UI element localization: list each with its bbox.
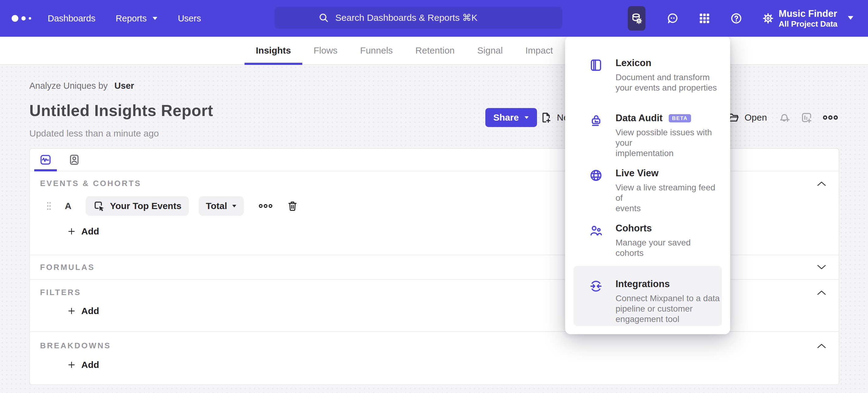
nav-item-reports[interactable]: Reports — [116, 13, 158, 24]
menu-item-lexicon[interactable]: Lexicon Document and transform your even… — [589, 58, 721, 93]
menu-item-title: Live View — [616, 168, 721, 179]
live-view-icon — [589, 168, 603, 183]
breakdowns-label: BREAKDOWNS — [40, 341, 111, 350]
metric-selector[interactable]: Total — [199, 196, 244, 216]
report-tabbar: Insights Flows Funnels Retention Signal … — [0, 37, 868, 65]
open-report-button[interactable]: Open — [727, 111, 767, 124]
tab-flows[interactable]: Flows — [302, 37, 349, 64]
tab-signal[interactable]: Signal — [466, 37, 514, 64]
apps-grid-button[interactable] — [698, 12, 711, 25]
nav-item-dashboards[interactable]: Dashboards — [48, 13, 95, 24]
expand-formulas-button[interactable] — [816, 264, 827, 270]
subscribe-bell-button[interactable] — [778, 111, 791, 124]
more-icon — [823, 114, 838, 121]
updated-timestamp: Updated less than a minute ago — [29, 128, 213, 139]
mixpanel-app: Dashboards Reports Users — [0, 0, 868, 393]
settings-gear-icon — [762, 12, 774, 25]
subscribe-bell-icon — [778, 111, 791, 124]
data-settings-icon — [630, 12, 643, 25]
filters-label: FILTERS — [40, 288, 81, 297]
feedback-button[interactable] — [666, 12, 679, 25]
formulas-label: FORMULAS — [40, 262, 95, 272]
report-header: Analyze Uniques by User Untitled Insight… — [29, 81, 213, 139]
add-to-board-icon — [800, 111, 813, 124]
page-title[interactable]: Untitled Insights Report — [29, 101, 213, 120]
chevron-down-icon — [816, 264, 827, 270]
menu-item-title: Data Audit — [616, 113, 662, 124]
help-icon — [730, 12, 743, 25]
menu-item-description: View a live streaming feed of events — [616, 183, 721, 214]
tab-events-metrics[interactable] — [39, 149, 52, 171]
event-name: Your Top Events — [110, 201, 182, 211]
plus-icon — [67, 361, 76, 369]
nav-tools: Music Finder All Project Data — [628, 0, 854, 37]
chevron-up-icon — [816, 289, 827, 296]
chevron-up-icon — [816, 343, 827, 349]
tab-user-profiles[interactable] — [68, 149, 81, 171]
menu-item-description: View possible issues with your implement… — [616, 127, 721, 159]
plus-icon — [67, 227, 76, 236]
nav-item-users[interactable]: Users — [178, 13, 201, 24]
data-audit-icon — [589, 113, 603, 127]
menu-item-description: Connect Mixpanel to a data pipeline or c… — [616, 293, 720, 325]
cohorts-icon — [589, 223, 603, 237]
mixpanel-logo-icon[interactable] — [11, 15, 37, 22]
project-name: Music Finder — [779, 8, 837, 19]
series-letter: A — [65, 201, 71, 211]
metric-value: Total — [206, 201, 227, 211]
analyze-value-dropdown[interactable]: User — [114, 81, 134, 91]
tab-funnels[interactable]: Funnels — [349, 37, 404, 64]
primary-nav: Dashboards Reports Users — [48, 13, 201, 24]
help-button[interactable] — [730, 12, 743, 25]
tab-impact[interactable]: Impact — [514, 37, 564, 64]
settings-button[interactable] — [762, 12, 774, 25]
analyze-line: Analyze Uniques by User — [29, 81, 213, 91]
menu-item-cohorts[interactable]: Cohorts Manage your saved cohorts — [589, 223, 721, 258]
tab-insights[interactable]: Insights — [245, 37, 302, 64]
project-caret-down-icon[interactable] — [847, 16, 854, 22]
collapse-breakdowns-button[interactable] — [816, 343, 827, 349]
more-options-button[interactable] — [823, 114, 838, 121]
top-nav: Dashboards Reports Users — [0, 0, 868, 37]
lexicon-icon — [589, 58, 603, 72]
global-search[interactable] — [275, 7, 562, 29]
content-area: Analyze Uniques by User Untitled Insight… — [0, 65, 868, 393]
caret-down-icon — [524, 116, 529, 119]
menu-item-description: Manage your saved cohorts — [616, 237, 721, 258]
delete-series-button[interactable] — [287, 200, 298, 212]
more-icon — [258, 203, 273, 209]
event-selector[interactable]: Your Top Events — [86, 196, 189, 216]
menu-item-title: Lexicon — [616, 58, 717, 68]
add-breakdown-button[interactable]: Add — [67, 360, 827, 370]
plus-icon — [67, 307, 76, 315]
project-scope: All Project Data — [779, 19, 837, 29]
profiles-tab-icon — [68, 153, 81, 166]
analyze-label: Analyze Uniques by — [29, 81, 107, 91]
menu-item-live-view[interactable]: Live View View a live streaming feed of … — [589, 168, 721, 214]
collapse-events-button[interactable] — [816, 180, 827, 187]
data-management-button[interactable] — [628, 6, 646, 31]
metrics-tab-icon — [39, 153, 52, 166]
share-button[interactable]: Share — [485, 108, 537, 127]
menu-item-integrations[interactable]: Integrations Connect Mixpanel to a data … — [589, 279, 721, 325]
search-input[interactable] — [335, 12, 519, 23]
caret-down-icon — [232, 204, 237, 208]
apps-grid-icon — [698, 12, 711, 25]
project-selector[interactable]: Music Finder All Project Data — [779, 8, 837, 29]
new-report-icon — [540, 111, 552, 124]
chevron-up-icon — [816, 180, 827, 187]
menu-item-data-audit[interactable]: Data Audit BETA View possible issues wit… — [589, 113, 721, 159]
beta-badge: BETA — [669, 114, 691, 122]
feedback-icon — [666, 12, 679, 25]
section-breakdowns: BREAKDOWNS Add — [30, 331, 839, 384]
menu-item-title: Integrations — [616, 279, 720, 289]
caret-down-icon — [152, 17, 158, 21]
search-icon — [318, 12, 329, 23]
collapse-filters-button[interactable] — [816, 289, 827, 296]
drag-handle-icon[interactable] — [46, 201, 51, 210]
add-to-board-button[interactable] — [800, 111, 813, 124]
series-more-button[interactable] — [258, 203, 273, 209]
trash-icon — [287, 200, 298, 212]
tab-retention[interactable]: Retention — [404, 37, 466, 64]
data-management-menu: Lexicon Document and transform your even… — [565, 36, 730, 334]
